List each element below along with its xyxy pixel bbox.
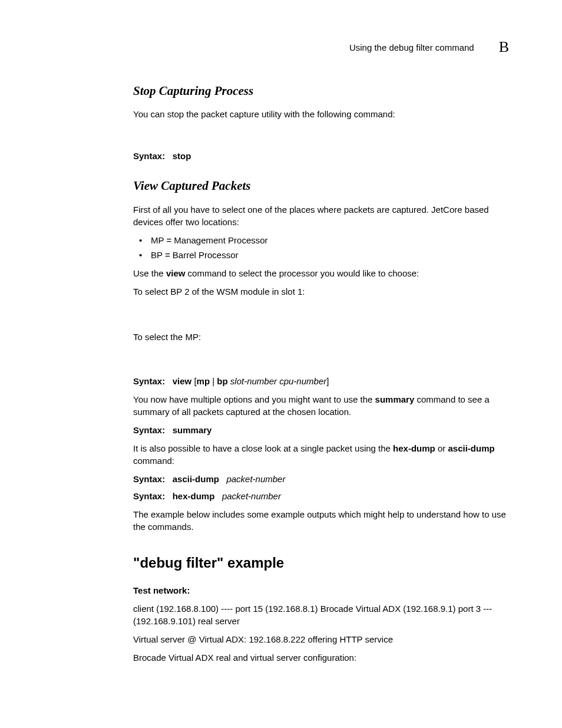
syntax-command: stop — [173, 151, 191, 161]
syntax-stop: Syntax: stop — [133, 150, 509, 162]
running-title: Using the debug filter command — [349, 41, 474, 54]
heading-view-captured: View Captured Packets — [133, 177, 509, 195]
text-run: You now have multiple options and you mi… — [133, 394, 375, 404]
paragraph: It is also possible to have a close look… — [133, 442, 509, 467]
syntax-command: summary — [173, 425, 212, 435]
syntax-arg: packet-number — [226, 474, 285, 484]
text-run: [ — [191, 376, 196, 386]
syntax-summary: Syntax: summary — [133, 424, 509, 436]
text-bold: summary — [375, 394, 415, 404]
syntax-command: ascii-dump — [173, 474, 219, 484]
text-run: or — [435, 443, 448, 453]
heading-debug-filter-example: "debug filter" example — [133, 553, 509, 573]
list-item: MP = Management Processor — [133, 234, 509, 246]
text-run: command: — [133, 456, 174, 466]
running-header: Using the debug filter command B — [349, 37, 509, 58]
paragraph: First of all you have to select one of t… — [133, 203, 509, 228]
syntax-label: Syntax: — [133, 151, 165, 161]
syntax-command: mp — [197, 376, 210, 386]
syntax-label: Syntax: — [133, 425, 165, 435]
syntax-label: Syntax: — [133, 474, 165, 484]
syntax-arg: slot-number cpu-number — [230, 376, 326, 386]
paragraph: You now have multiple options and you mi… — [133, 393, 509, 418]
page: Using the debug filter command B Stop Ca… — [0, 0, 562, 728]
subheading-test-network: Test network: — [133, 584, 509, 597]
text-bold: ascii-dump — [448, 443, 494, 453]
syntax-hex-dump: Syntax: hex-dump packet-number — [133, 490, 509, 502]
syntax-command: hex-dump — [173, 491, 215, 501]
content: Stop Capturing Process You can stop the … — [133, 83, 509, 664]
appendix-letter: B — [499, 37, 509, 58]
syntax-command: view — [173, 376, 192, 386]
bullet-list: MP = Management Processor BP = Barrel Pr… — [133, 234, 509, 261]
paragraph: client (192.168.8.100) ---- port 15 (192… — [133, 602, 509, 627]
syntax-label: Syntax: — [133, 491, 165, 501]
syntax-ascii-dump: Syntax: ascii-dump packet-number — [133, 473, 509, 485]
paragraph: The example below includes some example … — [133, 508, 509, 533]
text-run: It is also possible to have a close look… — [133, 443, 393, 453]
syntax-view: Syntax: view [mp | bp slot-number cpu-nu… — [133, 375, 509, 387]
text-bold: view — [166, 268, 186, 278]
text-run: ] — [326, 376, 329, 386]
text-run: Use the — [133, 268, 166, 278]
text-bold: hex-dump — [393, 443, 435, 453]
paragraph: Virtual server @ Virtual ADX: 192.168.8.… — [133, 633, 509, 645]
paragraph: Use the view command to select the proce… — [133, 267, 509, 279]
syntax-label: Syntax: — [133, 376, 165, 386]
text-run: | — [210, 376, 217, 386]
paragraph: Brocade Virtual ADX real and virtual ser… — [133, 651, 509, 664]
text-run: command to select the processor you woul… — [185, 268, 419, 278]
list-item: BP = Barrel Processor — [133, 249, 509, 261]
paragraph: You can stop the packet capture utility … — [133, 108, 509, 120]
heading-stop-capturing: Stop Capturing Process — [133, 83, 509, 100]
syntax-command: bp — [217, 376, 227, 386]
paragraph: To select the MP: — [133, 331, 509, 343]
syntax-arg: packet-number — [222, 491, 281, 501]
paragraph: To select BP 2 of the WSM module in slot… — [133, 285, 509, 298]
